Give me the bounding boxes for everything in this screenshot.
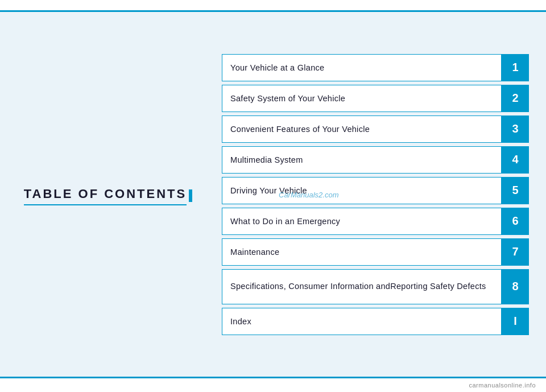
toc-row[interactable]: Safety System of Your Vehicle2 [222,85,529,112]
toc-entry-label: Safety System of Your Vehicle [222,85,502,112]
toc-row[interactable]: Maintenance7 [222,238,529,266]
left-panel: TABLE OF CONTENTS [0,12,216,377]
toc-entry-number: 7 [502,238,529,266]
toc-entry-number: 8 [502,269,529,304]
toc-entry-number: 1 [502,54,529,81]
toc-title-container: TABLE OF CONTENTS [24,187,192,202]
toc-entry-label: Index [222,308,502,335]
toc-entry-label: What to Do in an Emergency [222,208,502,235]
toc-entry-number: 5 [502,177,529,204]
toc-entry-number: I [502,308,529,335]
footer-brand: carmanualsonline.info [469,382,536,389]
toc-entry-number: 3 [502,115,529,143]
toc-entry-label: Multimedia System [222,146,502,174]
toc-title-bar [189,189,192,202]
toc-entry-label: Driving Your Vehicle [222,177,502,204]
main-content-area: TABLE OF CONTENTS Your Vehicle at a Glan… [0,12,546,377]
toc-entry-label: Maintenance [222,238,502,266]
toc-row[interactable]: Multimedia System4 [222,146,529,174]
toc-row[interactable]: IndexI [222,308,529,335]
toc-entry-label: Your Vehicle at a Glance [222,54,502,81]
toc-entry-number: 4 [502,146,529,174]
toc-row[interactable]: Driving Your Vehicle5 [222,177,529,204]
right-panel: Your Vehicle at a Glance1Safety System o… [216,12,546,377]
toc-row[interactable]: Your Vehicle at a Glance1 [222,54,529,81]
toc-row[interactable]: Specifications, Consumer Information and… [222,269,529,304]
toc-row[interactable]: Convenient Features of Your Vehicle3 [222,115,529,143]
toc-entry-number: 6 [502,208,529,235]
toc-row[interactable]: What to Do in an Emergency6 [222,208,529,235]
toc-title: TABLE OF CONTENTS [24,187,187,205]
toc-entry-label: Specifications, Consumer Information and… [222,269,502,304]
toc-entry-label: Convenient Features of Your Vehicle [222,115,502,143]
toc-entry-number: 2 [502,85,529,112]
footer-bar: carmanualsonline.info [0,378,546,392]
